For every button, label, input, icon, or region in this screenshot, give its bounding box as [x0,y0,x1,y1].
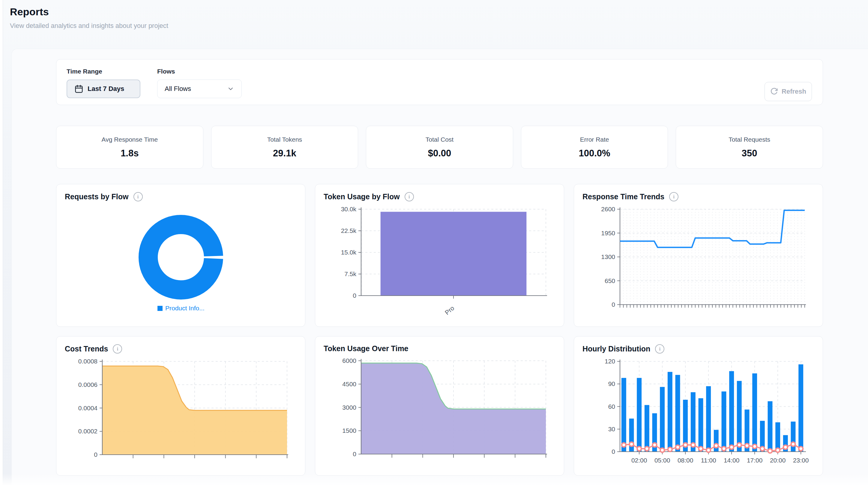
svg-text:14:00: 14:00 [723,457,739,464]
svg-text:0: 0 [612,448,615,455]
stat-label: Total Requests [728,136,770,143]
svg-text:650: 650 [604,277,615,284]
svg-text:22.5k: 22.5k [341,227,356,234]
token-usage-by-flow-card: Token Usage by Flow i 07.5k15.0k22.5k30.… [315,184,564,327]
svg-text:0.0006: 0.0006 [78,381,97,388]
svg-text:1950: 1950 [601,230,615,236]
page-subtitle: View detailed analytics and insights abo… [10,22,168,30]
info-icon[interactable]: i [669,192,678,201]
svg-text:30.0k: 30.0k [341,206,356,212]
svg-text:05:00: 05:00 [654,457,670,464]
cost-trends-area-chart: 00.00020.00040.00060.0008 [64,356,298,469]
left-edge-sliver [0,0,3,485]
time-range-value: Last 7 Days [88,85,124,93]
stat-label: Total Tokens [267,136,302,143]
svg-text:17:00: 17:00 [747,457,763,464]
svg-text:90: 90 [608,380,615,387]
flows-value: All Flows [165,85,191,93]
stat-value: 1.8s [121,148,138,159]
svg-text:11:00: 11:00 [701,457,716,464]
svg-text:0.0008: 0.0008 [78,358,97,365]
time-range-label: Time Range [67,68,141,75]
svg-text:6000: 6000 [342,357,356,364]
requests-by-flow-card: Requests by Flow i Product Info... [56,184,305,327]
chart-title: Token Usage by Flow [323,192,400,201]
svg-text:02:00: 02:00 [631,457,647,464]
stat-card-total-requests: Total Requests 350 [676,126,823,169]
hourly-distribution-card: Hourly Distribution i 030609012002:0005:… [574,336,823,476]
refresh-label: Refresh [782,88,806,95]
svg-text:20:00: 20:00 [770,457,785,464]
token-usage-over-time-area-chart: 01500300045006000 [323,356,557,468]
svg-text:0: 0 [353,451,356,457]
svg-text:Product Info...: Product Info... [165,305,205,312]
svg-text:7.5k: 7.5k [344,270,356,277]
svg-text:4500: 4500 [342,380,356,388]
svg-text:2600: 2600 [601,206,615,212]
stat-label: Total Cost [426,136,454,143]
svg-text:1500: 1500 [342,427,356,434]
svg-text:0: 0 [94,451,97,458]
refresh-icon [770,88,778,95]
svg-text:0.0002: 0.0002 [78,428,97,435]
flows-group: Flows All Flows [157,68,242,98]
requests-by-flow-donut-chart: Product Info... [64,204,298,321]
time-range-group: Time Range Last 7 Days [67,68,141,98]
chart-title: Response Time Trends [583,192,664,201]
svg-text:0: 0 [353,292,356,299]
svg-text:23:00: 23:00 [793,457,809,464]
stat-value: 350 [742,148,757,159]
response-time-trends-line-chart: 0650130019502600 [582,204,815,321]
chart-title: Hourly Distribution [583,345,650,353]
calendar-icon [74,84,83,93]
svg-text:30: 30 [608,426,615,432]
stat-card-total-tokens: Total Tokens 29.1k [211,126,359,169]
stat-label: Error Rate [580,136,609,143]
stat-card-error-rate: Error Rate 100.0% [521,126,668,169]
chart-row-1: Requests by Flow i Product Info... Token… [56,184,823,327]
svg-text:0: 0 [612,301,615,308]
stat-value: $0.00 [428,148,452,159]
chart-row-2: Cost Trends i 00.00020.00040.00060.0008 … [56,336,823,476]
stat-label: Avg Response Time [102,136,158,143]
chart-title: Cost Trends [65,345,108,353]
info-icon[interactable]: i [133,192,143,201]
stat-value: 29.1k [273,148,296,159]
svg-text:3000: 3000 [342,404,356,411]
svg-text:Pro: Pro [443,304,455,316]
info-icon[interactable]: i [655,344,664,353]
svg-text:08:00: 08:00 [677,457,693,464]
page-title: Reports [10,6,168,18]
stat-card-total-cost: Total Cost $0.00 [366,126,513,169]
chart-title: Requests by Flow [65,192,129,201]
page-header: Reports View detailed analytics and insi… [10,6,168,30]
cost-trends-card: Cost Trends i 00.00020.00040.00060.0008 [56,336,305,476]
stat-value: 100.0% [579,148,610,159]
token-usage-by-flow-bar-chart: 07.5k15.0k22.5k30.0kPro [323,204,557,321]
svg-text:15.0k: 15.0k [341,249,356,256]
flows-label: Flows [157,68,242,75]
svg-text:120: 120 [604,358,615,365]
svg-text:60: 60 [608,403,615,410]
stats-row: Avg Response Time 1.8s Total Tokens 29.1… [56,126,823,169]
svg-text:0.0004: 0.0004 [78,405,97,411]
chevron-down-icon [227,85,234,92]
filter-bar: Time Range Last 7 Days Flows All Flows [56,59,823,105]
refresh-button[interactable]: Refresh [765,82,812,101]
svg-text:1300: 1300 [601,253,615,260]
flows-select[interactable]: All Flows [157,80,242,98]
time-range-button[interactable]: Last 7 Days [67,80,141,98]
donut-legend[interactable]: Product Info... [157,305,205,312]
stat-card-avg-response-time: Avg Response Time 1.8s [56,126,203,169]
hourly-distribution-composed-chart: 030609012002:0005:0008:0011:0014:0017:00… [582,356,815,469]
info-icon[interactable]: i [113,344,122,353]
chart-title: Token Usage Over Time [323,344,408,353]
token-usage-over-time-card: Token Usage Over Time 01500300045006000 [315,336,564,476]
response-time-trends-card: Response Time Trends i 0650130019502600 [574,184,823,327]
info-icon[interactable]: i [405,192,414,201]
